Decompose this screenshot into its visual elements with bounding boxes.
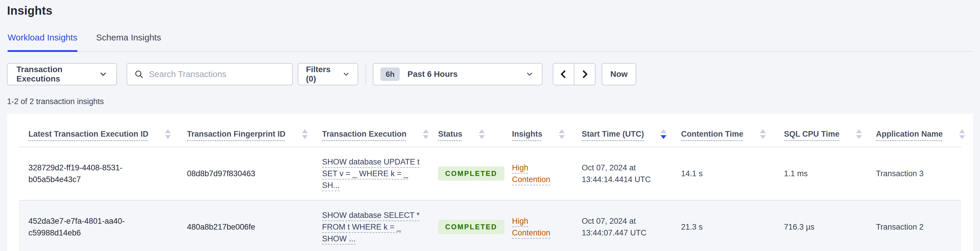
sql-cpu-time: 1.1 ms <box>784 169 808 178</box>
column-header-transaction-execution[interactable]: Transaction Execution <box>322 114 438 147</box>
sql-cpu-time: 716.3 µs <box>784 222 815 231</box>
application-name: Transaction 3 <box>876 169 924 178</box>
contention-time: 14.1 s <box>681 169 703 178</box>
column-label: SQL CPU Time <box>784 129 840 139</box>
filters-label: Filters (0) <box>306 65 342 83</box>
column-header-sql-cpu-time[interactable]: SQL CPU Time <box>784 114 876 147</box>
sort-icon-active-descending <box>660 129 667 139</box>
chevron-down-icon <box>525 70 534 78</box>
filters-dropdown[interactable]: Filters (0) <box>298 63 358 85</box>
column-label: Latest Transaction Execution ID <box>29 129 149 139</box>
now-button-label: Now <box>610 69 627 79</box>
insights-table-card: Latest Transaction Execution ID Transact… <box>7 114 973 251</box>
tab-bar: Workload Insights Schema Insights <box>7 32 973 52</box>
column-label: Insights <box>512 129 542 139</box>
next-time-range-button[interactable] <box>574 63 595 85</box>
sort-icon <box>856 129 862 139</box>
time-range-shortcut-badge: 6h <box>380 67 400 81</box>
results-summary: 1-2 of 2 transaction insights <box>7 97 973 106</box>
status-badge: COMPLETED <box>438 220 504 234</box>
transaction-insights-table: Latest Transaction Execution ID Transact… <box>19 114 961 251</box>
search-input[interactable] <box>149 69 285 79</box>
sort-icon <box>559 129 565 139</box>
time-range-nav <box>553 63 595 85</box>
search-box <box>127 63 293 85</box>
chevron-down-icon <box>342 70 350 78</box>
chevron-down-icon <box>99 70 108 78</box>
transaction-execution-link[interactable]: SHOW database SELECT * FROM t WHERE k = … <box>322 209 422 245</box>
search-icon <box>134 69 143 79</box>
column-header-transaction-fingerprint-id[interactable]: Transaction Fingerprint ID <box>187 114 322 147</box>
column-label: Status <box>438 129 463 139</box>
page-title: Insights <box>7 4 973 17</box>
fingerprint-id: 480a8b217be006fe <box>187 222 255 231</box>
transaction-execution-link[interactable]: SHOW database UPDATE t SET v = _ WHERE k… <box>322 156 422 191</box>
previous-time-range-button[interactable] <box>553 63 574 85</box>
sort-icon <box>959 129 965 139</box>
toolbar: Transaction Executions Filters (0) 6h Pa… <box>7 63 973 85</box>
execution-id: 328729d2-ff19-4408-8531-b05a5b4e43c7 <box>29 162 163 185</box>
start-time: Oct 07, 2024 at 13:44:14.4414 UTC <box>582 162 655 185</box>
column-header-insights[interactable]: Insights <box>512 114 582 147</box>
fingerprint-id: 08d8b7d97f830463 <box>187 169 255 178</box>
sort-icon <box>760 129 766 139</box>
column-header-contention-time[interactable]: Contention Time <box>681 114 784 147</box>
table-row: 452da3e7-e7fa-4801-aa40-c59988d14eb6 480… <box>19 200 961 251</box>
sort-icon <box>302 129 308 139</box>
column-header-latest-transaction-execution-id[interactable]: Latest Transaction Execution ID <box>19 114 187 147</box>
sort-icon <box>165 129 171 139</box>
insight-link[interactable]: High Contention <box>512 162 559 185</box>
sort-icon <box>423 129 429 139</box>
now-button[interactable]: Now <box>601 63 636 85</box>
column-label: Transaction Execution <box>322 129 406 139</box>
table-row: 328729d2-ff19-4408-8531-b05a5b4e43c7 08d… <box>19 147 961 200</box>
start-time: Oct 07, 2024 at 13:44:07.447 UTC <box>582 215 655 239</box>
tab-schema-insights[interactable]: Schema Insights <box>96 32 161 52</box>
tab-workload-insights[interactable]: Workload Insights <box>8 32 77 52</box>
column-label: Start Time (UTC) <box>582 129 644 139</box>
chevron-right-icon <box>579 69 590 80</box>
toolbar-divider <box>366 63 366 85</box>
time-range-picker[interactable]: 6h Past 6 Hours <box>373 63 542 85</box>
contention-time: 21.3 s <box>681 222 703 231</box>
status-badge: COMPLETED <box>438 166 504 181</box>
execution-type-dropdown-value: Transaction Executions <box>16 65 99 83</box>
execution-id: 452da3e7-e7fa-4801-aa40-c59988d14eb6 <box>29 215 163 239</box>
column-header-application-name[interactable]: Application Name <box>876 114 961 147</box>
column-label: Application Name <box>876 129 943 139</box>
execution-type-dropdown[interactable]: Transaction Executions <box>7 63 117 85</box>
chevron-left-icon <box>558 69 569 80</box>
sort-icon <box>479 129 485 139</box>
column-header-status[interactable]: Status <box>438 114 512 147</box>
table-header-row: Latest Transaction Execution ID Transact… <box>19 114 961 147</box>
column-header-start-time[interactable]: Start Time (UTC) <box>582 114 681 147</box>
application-name: Transaction 2 <box>876 222 924 231</box>
insights-page: Insights Workload Insights Schema Insigh… <box>0 0 980 251</box>
column-label: Transaction Fingerprint ID <box>187 129 285 139</box>
time-range-value: Past 6 Hours <box>407 69 457 79</box>
column-label: Contention Time <box>681 129 743 139</box>
insight-link[interactable]: High Contention <box>512 215 559 239</box>
